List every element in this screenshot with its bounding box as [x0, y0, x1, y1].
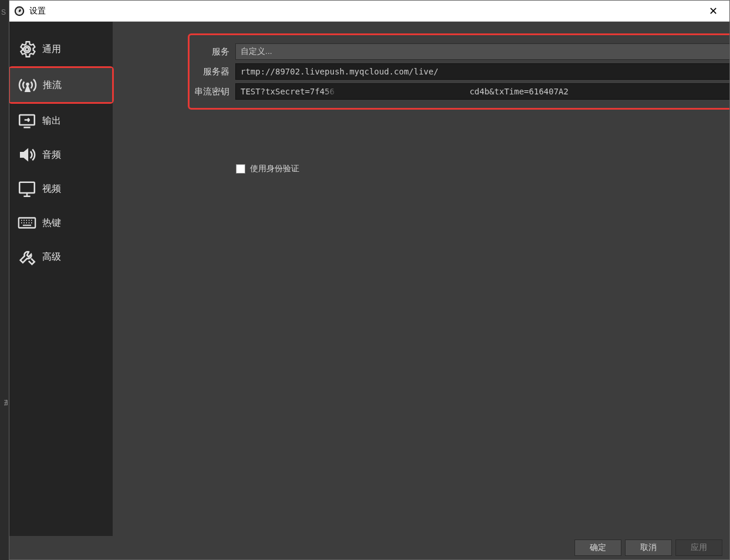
window-title: 设置	[29, 6, 701, 16]
sidebar-item-advanced[interactable]: 高级	[9, 240, 113, 274]
settings-sidebar: 通用 推流 输出 音频	[9, 22, 113, 536]
use-auth-checkbox[interactable]	[236, 164, 245, 174]
stream-key-value-right: cd4b&txTime=616407A2	[469, 87, 569, 96]
sidebar-item-label: 高级	[42, 251, 61, 263]
sidebar-item-label: 输出	[42, 115, 61, 127]
sidebar-item-label: 热键	[42, 217, 61, 229]
server-input[interactable]: rtmp://89702.livepush.myqcloud.com/live/	[235, 63, 729, 80]
settings-main-panel: 服务 自定义... 服务器 rtmp://89702.livepush.myqc…	[113, 22, 729, 536]
ok-button-label: 确定	[590, 542, 606, 553]
sidebar-item-label: 音频	[42, 149, 61, 161]
ok-button[interactable]: 确定	[574, 539, 621, 556]
bg-truncated-text: ∄	[4, 399, 8, 407]
titlebar: 设置 ✕	[9, 1, 729, 22]
sidebar-item-label: 视频	[42, 183, 61, 195]
cancel-button-label: 取消	[640, 542, 657, 553]
svg-rect-3	[19, 182, 35, 193]
cancel-button[interactable]: 取消	[625, 539, 672, 556]
service-dropdown[interactable]: 自定义...	[235, 43, 729, 60]
use-auth-label: 使用身份验证	[250, 164, 299, 174]
antenna-icon	[16, 73, 39, 97]
dialog-footer: 确定 取消 应用	[9, 536, 729, 559]
sidebar-item-label: 通用	[42, 43, 61, 56]
sidebar-item-general[interactable]: 通用	[9, 32, 113, 66]
tools-icon	[15, 245, 39, 269]
service-label: 服务	[190, 46, 235, 57]
settings-window: 设置 ✕ 通用 推流	[9, 0, 730, 560]
use-auth-row: 使用身份验证	[236, 164, 299, 174]
sidebar-item-label: 推流	[43, 79, 62, 91]
sidebar-item-stream[interactable]: 推流	[10, 68, 112, 102]
bg-truncated-text: S	[1, 8, 6, 16]
sidebar-item-audio[interactable]: 音频	[9, 138, 113, 172]
gear-icon	[15, 38, 39, 61]
server-label: 服务器	[190, 66, 235, 77]
stream-key-value-left: TEST?txSecret=7f456	[241, 87, 334, 96]
annotation-highlight-sidebar: 推流	[9, 66, 114, 104]
service-dropdown-value: 自定义...	[241, 46, 272, 57]
sidebar-item-output[interactable]: 输出	[9, 104, 113, 138]
window-close-button[interactable]: ✕	[701, 5, 725, 18]
annotation-highlight-form: 服务 自定义... 服务器 rtmp://89702.livepush.myqc…	[188, 33, 729, 110]
keyboard-icon	[15, 211, 39, 235]
monitor-icon	[15, 177, 39, 201]
redaction-overlay	[324, 84, 459, 99]
stream-key-input[interactable]: TEST?txSecret=7f456 cd4b&txTime=616407A2	[235, 83, 729, 100]
apply-button[interactable]: 应用	[675, 539, 722, 556]
speaker-icon	[15, 143, 39, 167]
sidebar-item-hotkeys[interactable]: 热键	[9, 206, 113, 240]
apply-button-label: 应用	[691, 542, 707, 553]
server-input-value: rtmp://89702.livepush.myqcloud.com/live/	[241, 67, 438, 76]
obs-app-icon	[14, 6, 25, 16]
output-monitor-icon	[15, 109, 39, 133]
stream-key-label: 串流密钥	[190, 86, 235, 97]
sidebar-item-video[interactable]: 视频	[9, 172, 113, 206]
